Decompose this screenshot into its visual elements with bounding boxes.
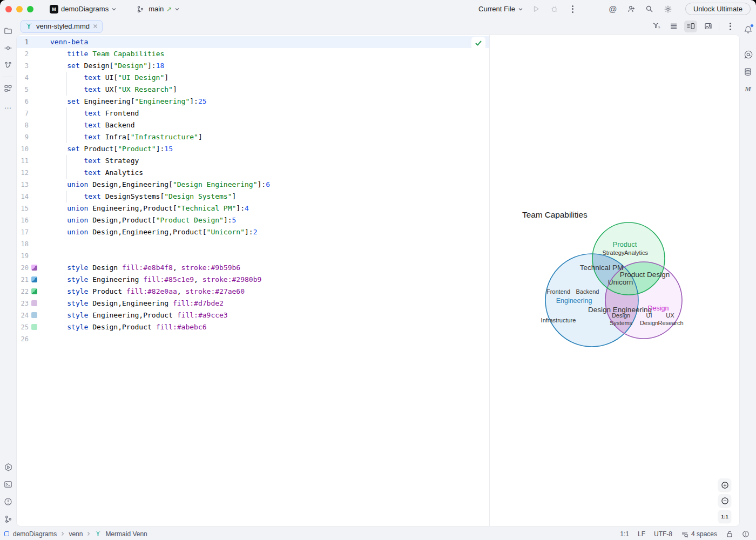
line-number[interactable]: 22 bbox=[17, 286, 29, 298]
split-editor-preview-icon[interactable] bbox=[684, 21, 697, 32]
line-number[interactable]: 24 bbox=[17, 309, 29, 321]
code-line[interactable]: 14text DesignSystems["Design Systems"] bbox=[17, 191, 489, 202]
database-tool-icon[interactable] bbox=[742, 66, 754, 78]
line-number[interactable]: 12 bbox=[17, 167, 29, 179]
line-number[interactable]: 8 bbox=[17, 119, 29, 131]
mermaid-help-icon[interactable]: ? bbox=[650, 21, 663, 32]
breadcrumb-project[interactable]: demoDiagrams bbox=[13, 530, 57, 538]
line-ending-selector[interactable]: LF bbox=[638, 530, 645, 538]
code-line[interactable]: 3set Design["Design"]:18 bbox=[17, 60, 489, 72]
breadcrumb-element[interactable]: Mermaid Venn bbox=[105, 530, 147, 538]
line-number[interactable]: 20 bbox=[17, 262, 29, 274]
line-number[interactable]: 25 bbox=[17, 321, 29, 333]
problems-tool-icon[interactable] bbox=[2, 496, 14, 508]
line-number[interactable]: 14 bbox=[17, 191, 29, 202]
encoding-selector[interactable]: UTF-8 bbox=[654, 530, 672, 538]
line-number[interactable]: 10 bbox=[17, 143, 29, 155]
color-swatch[interactable] bbox=[31, 312, 37, 318]
close-tab-icon[interactable] bbox=[93, 24, 98, 29]
code-line[interactable]: 5text UX["UX Research"] bbox=[17, 84, 489, 96]
mermaid-chart-tool-icon[interactable]: M bbox=[742, 83, 754, 95]
line-number[interactable]: 11 bbox=[17, 155, 29, 167]
line-number[interactable]: 2 bbox=[17, 48, 29, 60]
inspections-widget[interactable] bbox=[471, 37, 485, 50]
code-line[interactable]: 8text Backend bbox=[17, 119, 489, 131]
vcs-widget[interactable]: main ↗ bbox=[135, 4, 180, 15]
unlock-ultimate-button[interactable]: Unlock Ultimate bbox=[685, 3, 751, 15]
line-number[interactable]: 18 bbox=[17, 238, 29, 250]
editor-options-kebab-icon[interactable] bbox=[724, 21, 737, 32]
code-line[interactable]: 2title Team Capabilities bbox=[17, 48, 489, 60]
line-number[interactable]: 17 bbox=[17, 226, 29, 238]
code-line[interactable]: 9text Infra["Infrastructure"] bbox=[17, 131, 489, 143]
tab-venn-styled[interactable]: venn-styled.mmd bbox=[21, 20, 103, 33]
services-tool-icon[interactable] bbox=[2, 461, 14, 473]
debug-button[interactable] bbox=[549, 4, 560, 15]
run-configuration-select[interactable]: Current File bbox=[478, 5, 523, 13]
code-editor[interactable]: 1venn-beta2title Team Capabilities3set D… bbox=[17, 35, 489, 526]
code-line[interactable]: 11text Strategy bbox=[17, 155, 489, 167]
code-line[interactable]: 25style Design,Product fill:#abebc6 bbox=[17, 321, 489, 333]
close-window-button[interactable] bbox=[5, 6, 12, 12]
code-line[interactable]: 7text Frontend bbox=[17, 107, 489, 119]
code-line[interactable]: 15union Engineering,Product["Technical P… bbox=[17, 202, 489, 214]
code-line[interactable]: 6set Engineering["Engineering"]:25 bbox=[17, 96, 489, 107]
terminal-tool-icon[interactable] bbox=[2, 478, 14, 490]
code-line[interactable]: 19 bbox=[17, 250, 489, 262]
mermaid-preview-pane[interactable]: Team Capabilities ProductStrategyAnalyti… bbox=[490, 35, 739, 526]
code-line[interactable]: 1venn-beta bbox=[17, 36, 489, 48]
line-number[interactable]: 9 bbox=[17, 131, 29, 143]
minimize-window-button[interactable] bbox=[16, 6, 23, 12]
code-line[interactable]: 20style Design fill:#e8b4f8, stroke:#9b5… bbox=[17, 262, 489, 274]
caret-position[interactable]: 1:1 bbox=[620, 530, 629, 538]
project-tool-icon[interactable] bbox=[2, 25, 14, 37]
color-swatch[interactable] bbox=[31, 288, 37, 294]
code-line[interactable]: 21style Engineering fill:#85c1e9, stroke… bbox=[17, 274, 489, 286]
more-tool-windows-icon[interactable]: … bbox=[2, 100, 14, 112]
zoom-in-button[interactable] bbox=[718, 478, 731, 491]
code-line[interactable]: 13union Design,Engineering["Design Engin… bbox=[17, 179, 489, 191]
commit-tool-icon[interactable] bbox=[2, 42, 14, 54]
line-number[interactable]: 3 bbox=[17, 60, 29, 72]
line-number[interactable]: 23 bbox=[17, 298, 29, 309]
indent-selector[interactable]: 4 spaces bbox=[681, 530, 717, 538]
run-button[interactable] bbox=[531, 4, 542, 15]
file-lock-icon[interactable] bbox=[726, 530, 733, 538]
color-swatch[interactable] bbox=[31, 276, 37, 282]
breadcrumb-folder[interactable]: venn bbox=[69, 530, 83, 538]
line-number[interactable]: 21 bbox=[17, 274, 29, 286]
line-number[interactable]: 4 bbox=[17, 72, 29, 84]
code-with-me-icon[interactable] bbox=[626, 4, 637, 15]
notifications-bell-icon[interactable] bbox=[742, 24, 754, 36]
code-line[interactable]: 26 bbox=[17, 333, 489, 345]
line-number[interactable]: 5 bbox=[17, 84, 29, 96]
project-widget[interactable]: M demoDiagrams bbox=[50, 5, 117, 14]
line-number[interactable]: 6 bbox=[17, 96, 29, 107]
code-line[interactable]: 17union Design,Engineering,Product["Unic… bbox=[17, 226, 489, 238]
search-everywhere-icon[interactable] bbox=[644, 4, 655, 15]
code-line[interactable]: 10set Product["Product"]:15 bbox=[17, 143, 489, 155]
code-line[interactable]: 23style Design,Engineering fill:#d7bde2 bbox=[17, 298, 489, 309]
line-number[interactable]: 19 bbox=[17, 250, 29, 262]
code-line[interactable]: 24style Engineering,Product fill:#a9cce3 bbox=[17, 309, 489, 321]
color-swatch[interactable] bbox=[31, 265, 37, 271]
color-swatch[interactable] bbox=[31, 300, 37, 306]
code-line[interactable]: 18 bbox=[17, 238, 489, 250]
code-line[interactable]: 16union Design,Product["Product Design"]… bbox=[17, 214, 489, 226]
git-tool-icon[interactable] bbox=[2, 513, 14, 525]
zoom-out-button[interactable] bbox=[718, 494, 731, 507]
zoom-reset-button[interactable]: 1:1 bbox=[718, 510, 731, 523]
color-swatch[interactable] bbox=[31, 324, 37, 330]
git-log-tool-icon[interactable] bbox=[2, 59, 14, 71]
ai-assistant-icon[interactable]: @ bbox=[608, 4, 618, 15]
code-line[interactable]: 12text Analytics bbox=[17, 167, 489, 179]
line-number[interactable]: 13 bbox=[17, 179, 29, 191]
code-line[interactable]: 4text UI["UI Design"] bbox=[17, 72, 489, 84]
settings-gear-icon[interactable] bbox=[663, 4, 673, 15]
line-number[interactable]: 7 bbox=[17, 107, 29, 119]
zoom-window-button[interactable] bbox=[27, 6, 33, 12]
code-line[interactable]: 22style Product fill:#82e0aa, stroke:#27… bbox=[17, 286, 489, 298]
line-number[interactable]: 1 bbox=[17, 36, 29, 48]
line-number[interactable]: 26 bbox=[17, 333, 29, 345]
line-number[interactable]: 16 bbox=[17, 214, 29, 226]
